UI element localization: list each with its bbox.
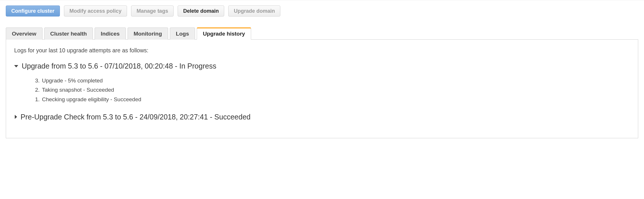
configure-cluster-button[interactable]: Configure cluster xyxy=(6,5,60,16)
modify-access-policy-button[interactable]: Modify access policy xyxy=(64,5,127,16)
step-text: Upgrade - 5% completed xyxy=(42,76,103,85)
tab-upgrade-history[interactable]: Upgrade history xyxy=(197,27,251,40)
tab-overview[interactable]: Overview xyxy=(6,27,43,40)
upgrade-steps-list: 3. Upgrade - 5% completed 2. Taking snap… xyxy=(34,76,630,104)
upgrade-domain-button[interactable]: Upgrade domain xyxy=(228,5,280,16)
tab-logs[interactable]: Logs xyxy=(170,27,195,40)
step-number: 2. xyxy=(34,85,40,95)
chevron-down-icon xyxy=(14,65,18,67)
tab-bar: Overview Cluster health Indices Monitori… xyxy=(6,27,638,40)
upgrade-entry-title: Pre-Upgrade Check from 5.3 to 5.6 - 24/0… xyxy=(21,113,251,121)
step-number: 3. xyxy=(34,76,40,85)
step-number: 1. xyxy=(34,95,40,104)
upgrade-entry: Upgrade from 5.3 to 5.6 - 07/10/2018, 00… xyxy=(14,62,630,104)
chevron-right-icon xyxy=(15,115,17,119)
upgrade-entry-toggle[interactable]: Upgrade from 5.3 to 5.6 - 07/10/2018, 00… xyxy=(14,62,630,70)
tab-monitoring[interactable]: Monitoring xyxy=(128,27,168,40)
step-text: Checking upgrade eligibility - Succeeded xyxy=(42,95,141,104)
delete-domain-button[interactable]: Delete domain xyxy=(178,5,224,16)
upgrade-entry-title: Upgrade from 5.3 to 5.6 - 07/10/2018, 00… xyxy=(22,62,216,70)
upgrade-step: 1. Checking upgrade eligibility - Succee… xyxy=(34,95,630,104)
upgrade-entry: Pre-Upgrade Check from 5.3 to 5.6 - 24/0… xyxy=(14,113,630,121)
upgrade-step: 2. Taking snapshot - Succeeded xyxy=(34,85,630,95)
upgrade-step: 3. Upgrade - 5% completed xyxy=(34,76,630,85)
tab-cluster-health[interactable]: Cluster health xyxy=(44,27,93,40)
panel-intro-text: Logs for your last 10 upgrade attempts a… xyxy=(14,47,630,54)
action-toolbar: Configure cluster Modify access policy M… xyxy=(6,5,638,16)
manage-tags-button[interactable]: Manage tags xyxy=(131,5,174,16)
step-text: Taking snapshot - Succeeded xyxy=(42,85,114,95)
tab-indices[interactable]: Indices xyxy=(95,27,126,40)
upgrade-entry-toggle[interactable]: Pre-Upgrade Check from 5.3 to 5.6 - 24/0… xyxy=(14,113,630,121)
upgrade-history-panel: Logs for your last 10 upgrade attempts a… xyxy=(6,39,638,138)
